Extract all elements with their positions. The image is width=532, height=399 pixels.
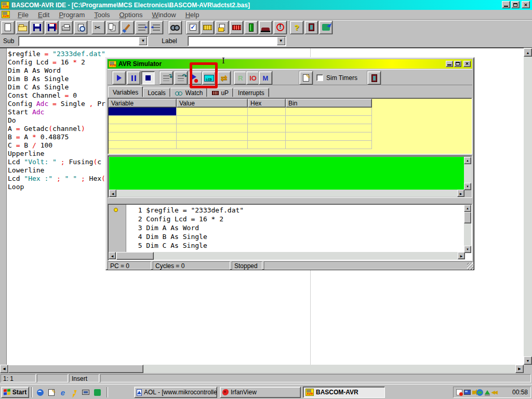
syntax-check-button[interactable] (186, 21, 200, 34)
restore-button[interactable] (511, 1, 520, 8)
source-listing-pane[interactable]: 1 $regfile = "2333def.dat" 2 Config Lcd … (108, 204, 472, 261)
table-cell[interactable] (248, 108, 286, 116)
chevron-down-icon[interactable]: ▼ (139, 37, 147, 45)
table-cell[interactable] (286, 116, 372, 124)
exit-button[interactable] (304, 21, 318, 34)
label-combobox[interactable]: ▼ (188, 36, 286, 46)
task-irfan[interactable]: IrfanView (220, 387, 301, 398)
format-brush-button[interactable] (121, 21, 134, 34)
programmer-button[interactable] (259, 21, 272, 34)
display-icon[interactable] (464, 390, 471, 395)
avr-simulator-window[interactable]: AVR Simulator × LCD R IO M Sim Timers Va… (105, 57, 474, 270)
column-header-hex[interactable]: Hex (248, 99, 286, 108)
menu-tools[interactable]: Tools (89, 10, 114, 20)
scrollbar-thumb[interactable] (8, 365, 143, 373)
table-cell[interactable] (286, 124, 372, 132)
scroll-up-icon[interactable]: ▲ (524, 48, 532, 57)
resize-grip[interactable] (467, 263, 474, 270)
show-memory-button[interactable]: M (259, 71, 272, 85)
scroll-up-icon[interactable]: ▲ (464, 157, 471, 164)
listing-vertical-scrollbar[interactable]: ▲ ▼ (464, 205, 471, 253)
sim-timers-checkbox[interactable] (316, 74, 323, 81)
menu-file[interactable]: File (13, 10, 33, 20)
table-cell[interactable] (177, 132, 248, 141)
table-cell[interactable] (248, 141, 286, 149)
menu-edit[interactable]: Edit (33, 10, 54, 20)
lcd-display-area[interactable] (109, 157, 464, 190)
sub-combobox[interactable]: ▼ (18, 36, 148, 46)
scroll-left-icon[interactable]: ◀ (109, 252, 116, 259)
tab-interrupts[interactable]: Interrupts (233, 88, 269, 97)
find-button[interactable] (168, 21, 182, 34)
scheduler-icon[interactable] (456, 389, 462, 395)
table-cell[interactable] (177, 124, 248, 132)
winamp-quicklaunch-button[interactable] (70, 388, 79, 396)
audio-icon[interactable] (472, 391, 475, 394)
sim-restore-button[interactable] (454, 61, 461, 67)
column-header-bin[interactable]: Bin (286, 99, 372, 108)
tab-watch[interactable]: Watch (170, 88, 208, 97)
table-cell[interactable] (177, 116, 248, 124)
print-preview-button[interactable] (74, 21, 87, 34)
exit-simulator-button[interactable] (367, 71, 381, 85)
column-header-variable[interactable]: Variable (109, 99, 177, 108)
table-cell[interactable] (109, 116, 177, 124)
table-cell[interactable] (248, 132, 286, 141)
menu-program[interactable]: Program (54, 10, 89, 20)
chevron-down-icon[interactable]: ▼ (277, 37, 285, 45)
tab-locals[interactable]: Locals (143, 88, 170, 97)
new-file-button[interactable] (1, 21, 15, 34)
run-button[interactable] (112, 71, 126, 85)
table-cell[interactable] (286, 108, 372, 116)
table-cell[interactable] (177, 108, 248, 116)
channels-quicklaunch-button[interactable] (35, 388, 45, 396)
pause-button[interactable] (127, 71, 140, 85)
media-controls-icon[interactable]: ◀◀ (491, 390, 497, 395)
table-cell[interactable] (177, 141, 248, 149)
open-file-button[interactable] (16, 21, 29, 34)
copy-button[interactable] (106, 21, 119, 34)
print-button[interactable] (59, 21, 73, 34)
listing-horizontal-scrollbar[interactable]: ◀ ▶ (109, 252, 465, 260)
close-button[interactable]: × (522, 1, 530, 8)
step-into-button[interactable] (159, 71, 173, 85)
document-icon[interactable] (2, 11, 10, 18)
minimize-button[interactable] (502, 1, 510, 8)
menu-options[interactable]: Options (115, 10, 148, 20)
indent-button[interactable] (135, 21, 149, 34)
sim-minimize-button[interactable] (446, 61, 453, 67)
compile-chip-button[interactable] (201, 21, 214, 34)
show-source-button[interactable] (299, 71, 313, 85)
scrollbar-thumb[interactable] (464, 212, 471, 223)
menu-help[interactable]: Help (181, 10, 204, 20)
menu-window[interactable]: Window (147, 10, 180, 20)
scroll-left-icon[interactable]: ◀ (0, 365, 8, 373)
step-over-button[interactable] (174, 71, 188, 85)
table-cell[interactable] (286, 132, 372, 141)
internet-explorer-quicklaunch-button[interactable]: e (58, 388, 68, 396)
column-header-value[interactable]: Value (177, 99, 248, 108)
table-cell[interactable] (109, 124, 177, 132)
show-registers-button[interactable]: R (234, 71, 247, 85)
scroll-down-icon[interactable]: ▼ (524, 356, 532, 365)
network-icon[interactable] (476, 389, 483, 396)
table-cell[interactable] (248, 124, 286, 132)
lcd-vertical-scrollbar[interactable]: ▲ ▼ (464, 157, 471, 190)
green-app-quicklaunch-button[interactable] (92, 388, 102, 396)
scroll-right-icon[interactable]: ▶ (457, 190, 464, 197)
editor-horizontal-scrollbar[interactable]: ◀ ▶ (0, 365, 524, 373)
table-cell[interactable] (109, 108, 177, 116)
scroll-down-icon[interactable]: ▼ (464, 246, 471, 253)
save-file-button[interactable] (30, 21, 44, 34)
show-result-button[interactable] (215, 21, 229, 34)
desktop-quicklaunch-button[interactable] (47, 388, 56, 396)
stop-program-button[interactable] (273, 21, 287, 34)
scrollbar-thumb[interactable] (116, 252, 154, 260)
table-cell[interactable] (109, 141, 177, 149)
unindent-button[interactable] (150, 21, 163, 34)
table-cell[interactable] (248, 116, 286, 124)
task-aol[interactable]: AOL - [www.mikrocontrolle... (134, 387, 217, 398)
scroll-right-icon[interactable]: ▶ (515, 365, 524, 373)
simulate-chip-button[interactable] (230, 21, 243, 34)
simulator-titlebar[interactable]: AVR Simulator × (108, 59, 472, 69)
